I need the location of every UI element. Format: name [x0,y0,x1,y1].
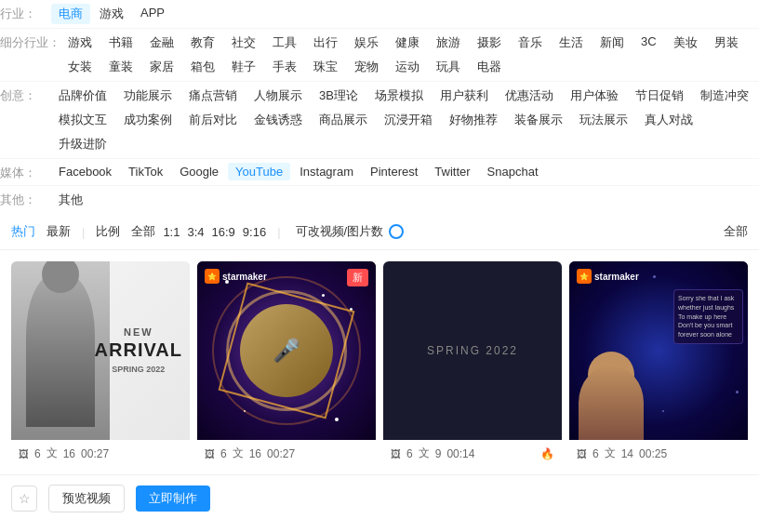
filter-item-tiktok[interactable]: TikTok [121,163,170,180]
card3-footer: 🖼 6 文 9 00:14 🔥 [383,440,562,467]
card2-logo-text: starmaker [222,272,267,282]
filter-item-womenwear[interactable]: 女装 [60,57,100,77]
ratio-group: 全部 1:1 3:4 16:9 9:16 [131,223,266,240]
filter-item-compare[interactable]: 前后对比 [181,110,245,130]
filter-item-youtube[interactable]: YouTube [228,163,290,180]
card4-logo-star-icon: ⭐ [577,269,592,284]
filter-item-game[interactable]: 游戏 [60,33,100,53]
filter-item-function[interactable]: 功能展示 [116,86,180,106]
filter-item-google[interactable]: Google [172,163,226,180]
favorite-button[interactable]: ☆ [11,485,37,512]
filter-item-childwear[interactable]: 童装 [101,57,140,77]
card1-text: NEW ARRIVAL SPRING 2022 [95,326,182,375]
other-items: 其他 [51,190,759,210]
ratio-all[interactable]: 全部 [131,223,155,240]
filter-item-facebook[interactable]: Facebook [51,163,119,180]
card2-circle: 🎤 [240,304,333,397]
other-label: 其他： [0,190,51,208]
card3-image-icon: 🖼 [391,448,401,459]
filter-item-3c[interactable]: 3C [633,33,664,53]
card2-thumbnail: 🎤 ⭐ starmaker 新 [197,261,376,440]
filter-item-product[interactable]: 商品展示 [312,110,375,130]
filter-item-snapchat[interactable]: Snapchat [480,163,546,180]
template-card-2[interactable]: 🎤 ⭐ starmaker 新 🖼 6 文 16 00:27 [197,261,376,467]
card1-person-head [42,261,79,293]
card1-duration: 00:27 [81,447,109,460]
filter-item-success[interactable]: 成功案例 [116,110,180,130]
filter-item-life[interactable]: 生活 [552,33,591,53]
filter-item-3b[interactable]: 3B理论 [312,86,366,106]
filter-item-shoes[interactable]: 鞋子 [224,57,263,77]
filter-item-beauty[interactable]: 美妆 [666,33,705,53]
filter-item-sport[interactable]: 运动 [388,57,427,77]
filter-item-immersive[interactable]: 沉浸开箱 [377,110,440,130]
filter-item-app[interactable]: APP [133,4,172,24]
filter-item-other[interactable]: 其他 [51,190,90,210]
filter-item-conflict[interactable]: 制造冲突 [693,86,756,106]
sparkle-4 [335,418,339,421]
template-card-3[interactable]: SPRING 2022 🖼 6 文 9 00:14 🔥 [383,261,562,467]
card4-background: ⭐ starmaker Sorry she that I ask whether… [569,261,748,440]
card3-thumbnail: SPRING 2022 [383,261,562,440]
filter-item-ux[interactable]: 用户体验 [563,86,626,106]
sort-ratio[interactable]: 比例 [96,221,120,242]
filter-item-acquire[interactable]: 用户获利 [433,86,496,106]
filter-item-furniture[interactable]: 家居 [142,57,181,77]
filter-item-social[interactable]: 社交 [224,33,263,53]
card4-logo-text: starmaker [594,272,639,282]
filter-item-travel2[interactable]: 出行 [306,33,345,53]
card4-person [579,366,644,440]
filter-item-education[interactable]: 教育 [183,33,222,53]
filter-item-tools[interactable]: 工具 [265,33,304,53]
media-label: 媒体： [0,163,51,181]
template-card-4[interactable]: ⭐ starmaker Sorry she that I ask whether… [569,261,748,467]
video-filter[interactable]: 可改视频/图片数 [296,223,405,240]
create-button[interactable]: 立即制作 [136,485,210,512]
video-filter-circle[interactable] [389,224,404,239]
filter-item-brand[interactable]: 品牌价值 [51,86,114,106]
preview-button[interactable]: 预览视频 [48,485,125,512]
filter-item-watch[interactable]: 手表 [265,57,304,77]
ratio-9-16[interactable]: 9:16 [243,225,266,239]
filter-item-news[interactable]: 新闻 [593,33,632,53]
sort-hot[interactable]: 热门 [11,221,35,242]
filter-item-instagram[interactable]: Instagram [292,163,361,180]
filter-item-electronics[interactable]: 电器 [470,57,509,77]
filter-item-upgrade[interactable]: 升级进阶 [51,134,114,154]
filter-item-equipment[interactable]: 装备展示 [507,110,570,130]
filter-item-music[interactable]: 音乐 [511,33,550,53]
sort-all-right[interactable]: 全部 [724,223,748,240]
filter-item-simulate[interactable]: 模拟文互 [51,110,114,130]
filter-item-toy[interactable]: 玩具 [429,57,468,77]
filter-item-recommend[interactable]: 好物推荐 [442,110,505,130]
filter-item-games[interactable]: 游戏 [92,4,131,24]
filter-item-person[interactable]: 人物展示 [246,86,310,106]
ratio-16-9[interactable]: 16:9 [212,225,235,239]
filter-item-photography[interactable]: 摄影 [470,33,509,53]
filter-item-real[interactable]: 真人对战 [637,110,700,130]
filter-item-scene[interactable]: 场景模拟 [367,86,431,106]
filter-item-tempt[interactable]: 金钱诱惑 [246,110,310,130]
filter-item-promo[interactable]: 优惠活动 [498,86,561,106]
filter-item-menswear[interactable]: 男装 [707,33,746,53]
filter-item-entertainment[interactable]: 娱乐 [347,33,386,53]
filter-item-travel[interactable]: 旅游 [429,33,468,53]
filter-item-ecommerce[interactable]: 电商 [51,4,90,24]
filter-item-holiday[interactable]: 节日促销 [628,86,691,106]
filter-item-play[interactable]: 玩法展示 [572,110,635,130]
filter-item-finance[interactable]: 金融 [142,33,181,53]
filter-item-twitter[interactable]: Twitter [427,163,477,180]
filter-item-pain[interactable]: 痛点营销 [181,86,245,106]
card1-text-new: NEW [95,326,182,339]
filter-item-pet[interactable]: 宠物 [347,57,386,77]
filter-item-bag[interactable]: 箱包 [183,57,222,77]
ratio-1-1[interactable]: 1:1 [163,225,180,239]
ratio-3-4[interactable]: 3:4 [187,225,204,239]
template-card-1[interactable]: NEW ARRIVAL SPRING 2022 🖼 6 文 16 00:27 [11,261,190,467]
filter-item-jewelry[interactable]: 珠宝 [306,57,345,77]
card4-text-line-4: Don't be you smart [678,321,739,330]
filter-item-pinterest[interactable]: Pinterest [363,163,425,180]
filter-item-health[interactable]: 健康 [388,33,427,53]
sort-new[interactable]: 最新 [47,221,71,242]
filter-item-book[interactable]: 书籍 [101,33,140,53]
